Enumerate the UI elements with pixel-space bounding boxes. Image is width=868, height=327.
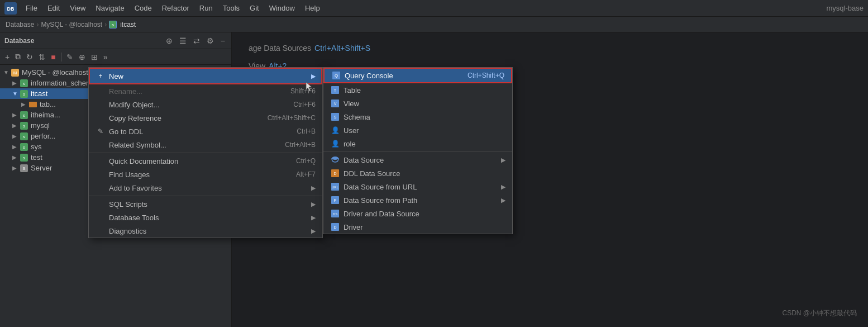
add-datasource-icon[interactable]: ⊕ <box>164 36 174 46</box>
ctx-modify[interactable]: Modify Object... Ctrl+F6 <box>89 98 322 111</box>
copy-btn[interactable]: ⧉ <box>13 51 22 62</box>
ctx-find-usages-icon <box>96 170 106 179</box>
ctx-copy-ref[interactable]: Copy Reference Ctrl+Alt+Shift+C <box>89 111 322 125</box>
menu-git[interactable]: Git <box>245 2 264 14</box>
menu-run[interactable]: Run <box>195 2 217 14</box>
mysql-connection-icon: M <box>11 69 20 77</box>
submenu-ddl-source[interactable]: D DDL Data Source <box>323 167 512 180</box>
submenu-schema[interactable]: S Schema <box>323 110 512 124</box>
tree-arrow-sys: ▶ <box>12 144 18 150</box>
submenu-ds-url[interactable]: URL Data Source from URL ▶ <box>323 180 512 193</box>
svg-text:M: M <box>13 70 17 75</box>
svg-text:s: s <box>23 113 25 118</box>
ctx-copy-ref-label: Copy Reference <box>109 114 256 122</box>
menu-file[interactable]: File <box>21 2 42 14</box>
ctx-add-favorites[interactable]: Add to Favorites ▶ <box>89 181 322 195</box>
ctx-add-fav-arrow: ▶ <box>311 184 316 192</box>
submenu-role[interactable]: 👤 role <box>323 137 512 150</box>
tree-arrow-mysql: ▼ <box>3 69 9 75</box>
menu-code[interactable]: Code <box>130 2 156 14</box>
menu-help[interactable]: Help <box>301 2 325 14</box>
menu-edit[interactable]: Edit <box>43 2 64 14</box>
menu-view[interactable]: View <box>65 2 90 14</box>
ctx-rename: Rename... Shift+F6 <box>89 84 322 98</box>
ctx-new-label: New <box>109 72 309 80</box>
submenu-role-label: role <box>344 140 505 148</box>
submenu-driver-source[interactable]: DS Driver and Data Source <box>323 207 512 220</box>
submenu-view-icon: V <box>330 99 340 108</box>
menu-tools[interactable]: Tools <box>218 2 244 14</box>
menubar: DB File Edit View Navigate Code Refactor… <box>0 0 868 17</box>
server-icon: S <box>20 164 28 172</box>
ctx-diagnostics[interactable]: Diagnostics ▶ <box>89 224 322 238</box>
ctx-copy-ref-shortcut: Ctrl+Alt+Shift+C <box>268 114 316 122</box>
submenu-data-source[interactable]: Data Source ▶ <box>323 153 512 167</box>
breadcrumb-database[interactable]: Database <box>6 21 34 29</box>
submenu-table[interactable]: T Table <box>323 83 512 97</box>
submenu-ds-path[interactable]: P Data Source from Path ▶ <box>323 193 512 207</box>
submenu-driver[interactable]: D Driver <box>323 220 512 234</box>
ctx-find-usages-shortcut: Alt+F7 <box>296 170 316 178</box>
ctx-modify-icon <box>96 100 106 109</box>
show-schemas-icon[interactable]: ☰ <box>178 36 188 46</box>
tree-arrow-perfor: ▶ <box>12 133 18 139</box>
add-btn[interactable]: + <box>3 52 11 62</box>
submenu-driver-source-icon: DS <box>330 209 340 218</box>
sidebar-title: Database <box>4 37 164 45</box>
submenu-ds-url-arrow: ▶ <box>501 183 505 191</box>
submenu-ds-url-icon: URL <box>330 182 340 191</box>
ctx-sql-scripts-label: SQL Scripts <box>109 200 309 208</box>
ctx-diagnostics-arrow: ▶ <box>311 228 316 235</box>
submenu-view[interactable]: V View <box>323 97 512 110</box>
ctx-db-tools-arrow: ▶ <box>311 214 316 221</box>
ctx-quick-doc[interactable]: Quick Documentation Ctrl+Q <box>89 154 322 168</box>
ctx-db-tools[interactable]: Database Tools ▶ <box>89 211 322 224</box>
tree-arrow-tab: ▶ <box>21 101 27 107</box>
ctx-quick-doc-icon <box>96 157 106 165</box>
submenu-query-console-label: Query Console <box>345 72 456 80</box>
close-panel-icon[interactable]: − <box>219 36 227 46</box>
tree-label-tab: tab... <box>40 100 56 108</box>
ctx-new-item[interactable]: + New ▶ <box>89 68 322 84</box>
app-title: mysql-base <box>827 4 864 12</box>
ctx-goto-ddl-label: Go to DDL <box>109 127 285 136</box>
menu-window[interactable]: Window <box>265 2 299 14</box>
refresh-btn[interactable]: ↻ <box>25 52 35 62</box>
ctx-sql-scripts[interactable]: SQL Scripts ▶ <box>89 197 322 211</box>
tree-label-perfor: perfor... <box>31 132 55 140</box>
info-schema-icon: s <box>20 79 28 87</box>
ctx-find-usages[interactable]: Find Usages Alt+F7 <box>89 168 322 181</box>
svg-text:s: s <box>23 81 25 86</box>
ctx-related-shortcut: Ctrl+Alt+B <box>285 141 316 149</box>
breadcrumb-mysql[interactable]: MySQL - @localhost <box>41 21 102 29</box>
edit-btn[interactable]: ✎ <box>65 52 75 62</box>
stop-btn[interactable]: ■ <box>49 52 57 62</box>
svg-text:s: s <box>23 124 25 129</box>
submenu-table-label: Table <box>344 86 505 94</box>
ctx-related-label: Related Symbol... <box>109 141 274 149</box>
submenu-query-console[interactable]: Q Query Console Ctrl+Shift+Q <box>323 68 512 83</box>
table-folder-icon <box>28 101 37 108</box>
ctx-diagnostics-icon <box>96 226 106 235</box>
ctx-related[interactable]: Related Symbol... Ctrl+Alt+B <box>89 138 322 151</box>
menu-refactor[interactable]: Refactor <box>158 2 194 14</box>
submenu-driver-label: Driver <box>344 223 505 231</box>
ctx-related-icon <box>96 140 106 149</box>
jump-btn[interactable]: ⊕ <box>77 52 87 62</box>
more-btn[interactable]: » <box>102 52 109 62</box>
ctx-goto-ddl[interactable]: ✎ Go to DDL Ctrl+B <box>89 125 322 138</box>
breadcrumb-schema-icon: s <box>109 21 117 29</box>
menu-navigate[interactable]: Navigate <box>91 2 128 14</box>
sync-btn[interactable]: ⇅ <box>37 52 47 62</box>
ctx-copy-ref-icon <box>96 113 106 122</box>
itheima-icon: s <box>20 111 28 119</box>
ctx-find-usages-label: Find Usages <box>109 170 285 179</box>
submenu-data-source-arrow: ▶ <box>501 157 505 164</box>
settings-icon[interactable]: ⚙ <box>205 36 216 46</box>
tree-label-mysql-schema: mysql <box>31 121 50 130</box>
submenu-user[interactable]: 👤 User <box>323 124 512 137</box>
sidebar-header: Database ⊕ ☰ ⇄ ⚙ − <box>0 32 231 49</box>
console-btn[interactable]: ⊞ <box>89 52 99 62</box>
filter-icon[interactable]: ⇄ <box>192 36 202 46</box>
ctx-goto-ddl-shortcut: Ctrl+B <box>297 127 316 135</box>
